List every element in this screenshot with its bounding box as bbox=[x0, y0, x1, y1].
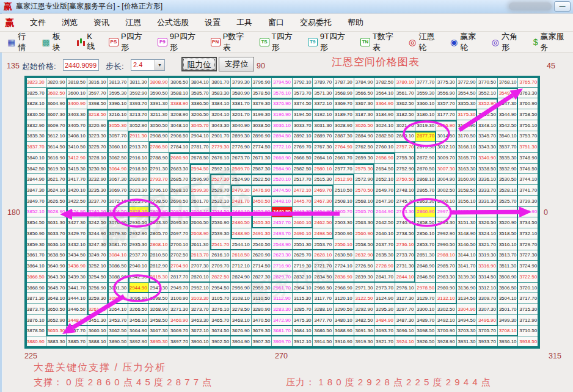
menu-item-9[interactable]: 帮助 bbox=[348, 17, 363, 28]
grid-cell: 3564.10 bbox=[374, 88, 395, 99]
grid-cell: 2671.30 bbox=[252, 153, 272, 164]
grid-cell: 3355.30 bbox=[457, 98, 478, 109]
resistance-button[interactable]: 阻力位 bbox=[181, 57, 217, 71]
grid-cell: 3362.50 bbox=[395, 98, 416, 109]
grid-cell: 3487.30 bbox=[395, 315, 416, 326]
grid-cell: 3681.70 bbox=[272, 326, 293, 337]
toolbar-candlestick-button[interactable]: K线 bbox=[74, 31, 102, 53]
toolbar-label: P四方形 bbox=[121, 31, 148, 53]
menu-item-5[interactable]: 设置 bbox=[205, 17, 221, 28]
toolbar-ts-badge-button[interactable]: TST四方形 bbox=[257, 30, 301, 54]
grid-cell: 2803.30 bbox=[149, 217, 170, 228]
toolbar-hexagon-button[interactable]: ◎六角形 bbox=[489, 30, 527, 54]
grid-cell: 2700.10 bbox=[169, 239, 190, 250]
menu-item-4[interactable]: 公式选股 bbox=[157, 17, 189, 28]
grid-cell: 3273.70 bbox=[190, 304, 211, 315]
toolbar-blocks-button[interactable]: ▩板块 bbox=[39, 30, 69, 54]
grid-cell: 3091.30 bbox=[108, 283, 128, 294]
chevron-down-icon[interactable]: ▼ bbox=[155, 60, 164, 70]
grid-cell: 3751.30 bbox=[518, 142, 539, 153]
grid-cell: 2596.90 bbox=[190, 174, 211, 185]
grid-cell: 3369.70 bbox=[334, 98, 354, 109]
menu-item-7[interactable]: 窗口 bbox=[268, 17, 284, 28]
toolbar-quote-table-button[interactable]: ▦行情 bbox=[5, 30, 35, 54]
grid-cell: 3338.50 bbox=[477, 164, 498, 175]
support-button[interactable]: 支撑位 bbox=[219, 57, 254, 71]
grid-cell: 2712.10 bbox=[231, 261, 252, 272]
toolbar-ps-badge-button[interactable]: PSP四方形 bbox=[106, 30, 151, 54]
toolbar-gann-wheel-button[interactable]: ◎江恩轮 bbox=[406, 30, 443, 54]
grid-cell: 3936.10 bbox=[498, 336, 519, 347]
grid-cell: 3132.10 bbox=[436, 293, 457, 304]
grid-cell: 3712.90 bbox=[518, 315, 539, 326]
grid-cell: 3098.50 bbox=[149, 293, 170, 304]
menu-item-6[interactable]: 工具 bbox=[236, 17, 252, 28]
grid-cell: 2724.10 bbox=[334, 261, 354, 272]
grid-cell: 3813.70 bbox=[108, 77, 128, 88]
grid-cell: 2966.50 bbox=[313, 283, 334, 294]
grid-cell: 3247.30 bbox=[87, 239, 108, 250]
grid-cell: 3631.30 bbox=[46, 217, 67, 228]
start-price-input[interactable] bbox=[63, 59, 99, 71]
toolbar-pn-badge-button[interactable]: PNP数字表 bbox=[208, 30, 253, 54]
minimize-button[interactable]: — bbox=[554, 1, 571, 12]
grid-cell: 3156.10 bbox=[457, 196, 478, 207]
grid-cell: 3549.70 bbox=[498, 88, 519, 99]
grid-cell: 3456.10 bbox=[128, 315, 149, 326]
grid-cell: 2582.50 bbox=[293, 164, 313, 175]
grid-cell: 3194.50 bbox=[293, 109, 313, 120]
grid-cell: 3772.90 bbox=[457, 77, 478, 88]
grid-cell: 2800.90 bbox=[149, 207, 170, 218]
grid-cell: 3799.30 bbox=[231, 77, 252, 88]
grid-cell: 2774.50 bbox=[252, 142, 272, 153]
grid-cell: 3249.70 bbox=[87, 250, 108, 261]
grid-cell: 2964.10 bbox=[293, 283, 313, 294]
toolbar-t9-badge-button[interactable]: T99T四方形 bbox=[305, 30, 354, 54]
grid-cell: 3472.90 bbox=[272, 315, 293, 326]
grid-cell: 3420.10 bbox=[67, 185, 87, 196]
grid-cell: 3724.90 bbox=[518, 261, 539, 272]
toolbar-winner-wheel-button[interactable]: ◉赢家轮 bbox=[448, 30, 485, 54]
grid-cell: 3208.90 bbox=[169, 109, 190, 120]
grid-cell: 3715.30 bbox=[518, 304, 539, 315]
grid-cell: 2486.50 bbox=[231, 217, 252, 228]
grid-cell: 3645.70 bbox=[46, 283, 67, 294]
grid-cell: 3009.70 bbox=[436, 153, 457, 164]
grid-cell: 3033.70 bbox=[293, 120, 313, 131]
grid-cell: 3789.70 bbox=[313, 77, 334, 88]
grid-cell: 3398.50 bbox=[87, 98, 108, 109]
grid-cell: 2829.70 bbox=[272, 272, 293, 283]
gann-price-square[interactable]: 3823.303820.903818.503816.103813.703811.… bbox=[24, 76, 540, 349]
step-combo[interactable]: 2.4 ▼ bbox=[131, 59, 165, 71]
grid-cell: 2560.90 bbox=[354, 228, 375, 239]
grid-cell: 2522.50 bbox=[252, 174, 272, 185]
grid-cell: 3048.10 bbox=[169, 120, 190, 131]
menu-item-8[interactable]: 交易委托 bbox=[300, 17, 332, 28]
angle-label-270: 270 bbox=[275, 352, 288, 360]
toolbar-tn-badge-button[interactable]: TNT数字表 bbox=[358, 30, 402, 54]
grid-cell: 3739.30 bbox=[518, 196, 539, 207]
menu-item-3[interactable]: 江恩 bbox=[125, 17, 141, 28]
menu-item-0[interactable]: 文件 bbox=[30, 17, 46, 28]
grid-cell: 3314.50 bbox=[477, 272, 498, 283]
grid-cell: 3345.70 bbox=[477, 131, 498, 142]
ps-badge-icon: PS bbox=[109, 38, 119, 46]
grid-cell: 2968.90 bbox=[334, 283, 354, 294]
grid-cell: 2546.50 bbox=[252, 239, 272, 250]
grid-cell: 3686.50 bbox=[313, 326, 334, 337]
menu-item-2[interactable]: 资讯 bbox=[93, 17, 109, 28]
grid-cell: 3076.90 bbox=[108, 217, 128, 228]
grid-cell: 3242.50 bbox=[87, 217, 108, 228]
grid-cell: 3554.50 bbox=[457, 88, 478, 99]
grid-cell: 2726.50 bbox=[354, 261, 375, 272]
grid-cell: 3823.30 bbox=[26, 77, 46, 88]
grid-cell: 2784.10 bbox=[169, 142, 190, 153]
menu-item-1[interactable]: 浏览 bbox=[62, 17, 78, 28]
toolbar-p9-badge-button[interactable]: P99P四方形 bbox=[155, 30, 204, 54]
grid-cell: 2808.10 bbox=[149, 239, 170, 250]
grid-cell: 3650.50 bbox=[46, 304, 67, 315]
toolbar-dollar-button[interactable]: $赢家服务 bbox=[531, 30, 573, 54]
grid-cell: 2553.70 bbox=[313, 239, 334, 250]
grid-cell: 2558.50 bbox=[354, 239, 375, 250]
grid-cell: 3876.10 bbox=[26, 315, 46, 326]
